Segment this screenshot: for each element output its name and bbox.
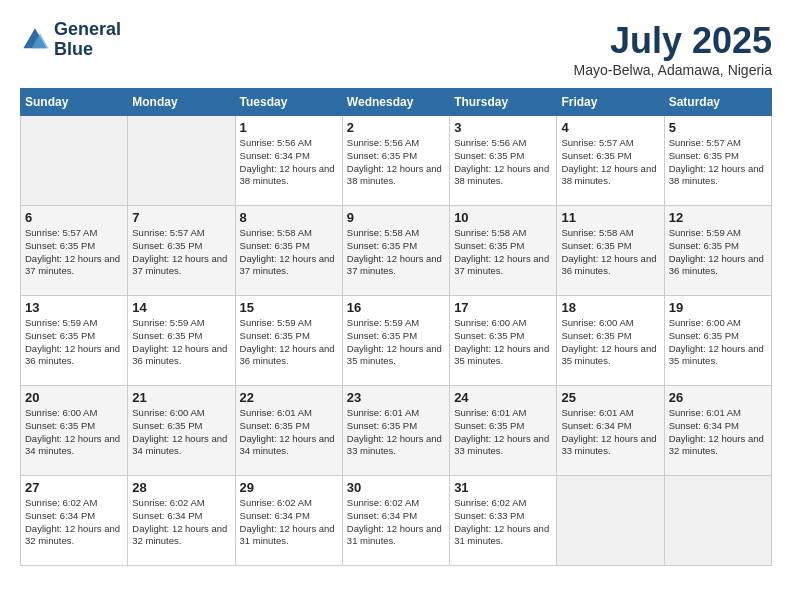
sunrise-text: Sunrise: 6:01 AM	[240, 407, 312, 418]
sunset-text: Sunset: 6:35 PM	[347, 330, 417, 341]
calendar-table: Sunday Monday Tuesday Wednesday Thursday…	[20, 88, 772, 566]
day-detail: Sunrise: 5:57 AMSunset: 6:35 PMDaylight:…	[561, 137, 659, 188]
calendar-day: 10Sunrise: 5:58 AMSunset: 6:35 PMDayligh…	[450, 206, 557, 296]
sunrise-text: Sunrise: 6:02 AM	[25, 497, 97, 508]
week-row-2: 6Sunrise: 5:57 AMSunset: 6:35 PMDaylight…	[21, 206, 772, 296]
calendar-day: 23Sunrise: 6:01 AMSunset: 6:35 PMDayligh…	[342, 386, 449, 476]
day-number: 31	[454, 480, 552, 495]
day-detail: Sunrise: 5:58 AMSunset: 6:35 PMDaylight:…	[454, 227, 552, 278]
day-detail: Sunrise: 5:59 AMSunset: 6:35 PMDaylight:…	[240, 317, 338, 368]
sunset-text: Sunset: 6:35 PM	[669, 330, 739, 341]
day-number: 11	[561, 210, 659, 225]
day-number: 1	[240, 120, 338, 135]
day-number: 21	[132, 390, 230, 405]
calendar-day: 5Sunrise: 5:57 AMSunset: 6:35 PMDaylight…	[664, 116, 771, 206]
day-number: 8	[240, 210, 338, 225]
calendar-day: 20Sunrise: 6:00 AMSunset: 6:35 PMDayligh…	[21, 386, 128, 476]
day-number: 10	[454, 210, 552, 225]
sunrise-text: Sunrise: 5:57 AM	[561, 137, 633, 148]
sunrise-text: Sunrise: 5:59 AM	[347, 317, 419, 328]
calendar-day: 9Sunrise: 5:58 AMSunset: 6:35 PMDaylight…	[342, 206, 449, 296]
day-detail: Sunrise: 6:02 AMSunset: 6:33 PMDaylight:…	[454, 497, 552, 548]
calendar-day	[664, 476, 771, 566]
day-detail: Sunrise: 5:59 AMSunset: 6:35 PMDaylight:…	[347, 317, 445, 368]
page-header: General Blue July 2025 Mayo-Belwa, Adama…	[20, 20, 772, 78]
day-detail: Sunrise: 5:57 AMSunset: 6:35 PMDaylight:…	[132, 227, 230, 278]
day-number: 13	[25, 300, 123, 315]
day-detail: Sunrise: 5:58 AMSunset: 6:35 PMDaylight:…	[561, 227, 659, 278]
title-block: July 2025 Mayo-Belwa, Adamawa, Nigeria	[574, 20, 772, 78]
calendar-day: 17Sunrise: 6:00 AMSunset: 6:35 PMDayligh…	[450, 296, 557, 386]
daylight-text: Daylight: 12 hours and 36 minutes.	[669, 253, 764, 277]
day-detail: Sunrise: 5:58 AMSunset: 6:35 PMDaylight:…	[240, 227, 338, 278]
sunset-text: Sunset: 6:35 PM	[347, 150, 417, 161]
calendar-day: 18Sunrise: 6:00 AMSunset: 6:35 PMDayligh…	[557, 296, 664, 386]
calendar-day: 29Sunrise: 6:02 AMSunset: 6:34 PMDayligh…	[235, 476, 342, 566]
sunset-text: Sunset: 6:35 PM	[25, 420, 95, 431]
daylight-text: Daylight: 12 hours and 35 minutes.	[669, 343, 764, 367]
calendar-day: 15Sunrise: 5:59 AMSunset: 6:35 PMDayligh…	[235, 296, 342, 386]
calendar-day: 27Sunrise: 6:02 AMSunset: 6:34 PMDayligh…	[21, 476, 128, 566]
daylight-text: Daylight: 12 hours and 37 minutes.	[132, 253, 227, 277]
sunset-text: Sunset: 6:33 PM	[454, 510, 524, 521]
day-number: 17	[454, 300, 552, 315]
day-detail: Sunrise: 6:00 AMSunset: 6:35 PMDaylight:…	[454, 317, 552, 368]
day-detail: Sunrise: 5:59 AMSunset: 6:35 PMDaylight:…	[669, 227, 767, 278]
day-number: 28	[132, 480, 230, 495]
sunset-text: Sunset: 6:35 PM	[454, 240, 524, 251]
sunrise-text: Sunrise: 5:57 AM	[669, 137, 741, 148]
day-number: 16	[347, 300, 445, 315]
col-monday: Monday	[128, 89, 235, 116]
week-row-1: 1Sunrise: 5:56 AMSunset: 6:34 PMDaylight…	[21, 116, 772, 206]
sunset-text: Sunset: 6:34 PM	[132, 510, 202, 521]
day-detail: Sunrise: 5:57 AMSunset: 6:35 PMDaylight:…	[25, 227, 123, 278]
daylight-text: Daylight: 12 hours and 38 minutes.	[669, 163, 764, 187]
day-number: 27	[25, 480, 123, 495]
sunrise-text: Sunrise: 6:02 AM	[132, 497, 204, 508]
sunrise-text: Sunrise: 6:00 AM	[561, 317, 633, 328]
daylight-text: Daylight: 12 hours and 38 minutes.	[240, 163, 335, 187]
month-title: July 2025	[574, 20, 772, 62]
calendar-day: 8Sunrise: 5:58 AMSunset: 6:35 PMDaylight…	[235, 206, 342, 296]
day-detail: Sunrise: 5:56 AMSunset: 6:34 PMDaylight:…	[240, 137, 338, 188]
calendar-day	[21, 116, 128, 206]
sunrise-text: Sunrise: 5:56 AM	[454, 137, 526, 148]
daylight-text: Daylight: 12 hours and 31 minutes.	[240, 523, 335, 547]
sunset-text: Sunset: 6:35 PM	[25, 330, 95, 341]
col-friday: Friday	[557, 89, 664, 116]
calendar-day: 24Sunrise: 6:01 AMSunset: 6:35 PMDayligh…	[450, 386, 557, 476]
calendar-day	[128, 116, 235, 206]
daylight-text: Daylight: 12 hours and 38 minutes.	[454, 163, 549, 187]
daylight-text: Daylight: 12 hours and 37 minutes.	[347, 253, 442, 277]
sunrise-text: Sunrise: 5:59 AM	[25, 317, 97, 328]
calendar-day: 3Sunrise: 5:56 AMSunset: 6:35 PMDaylight…	[450, 116, 557, 206]
calendar-day: 6Sunrise: 5:57 AMSunset: 6:35 PMDaylight…	[21, 206, 128, 296]
calendar-day: 1Sunrise: 5:56 AMSunset: 6:34 PMDaylight…	[235, 116, 342, 206]
daylight-text: Daylight: 12 hours and 32 minutes.	[132, 523, 227, 547]
calendar-day: 28Sunrise: 6:02 AMSunset: 6:34 PMDayligh…	[128, 476, 235, 566]
day-number: 5	[669, 120, 767, 135]
sunset-text: Sunset: 6:35 PM	[561, 330, 631, 341]
day-detail: Sunrise: 6:02 AMSunset: 6:34 PMDaylight:…	[240, 497, 338, 548]
day-number: 6	[25, 210, 123, 225]
daylight-text: Daylight: 12 hours and 31 minutes.	[347, 523, 442, 547]
col-thursday: Thursday	[450, 89, 557, 116]
sunrise-text: Sunrise: 5:58 AM	[561, 227, 633, 238]
daylight-text: Daylight: 12 hours and 34 minutes.	[132, 433, 227, 457]
sunrise-text: Sunrise: 5:58 AM	[454, 227, 526, 238]
day-number: 2	[347, 120, 445, 135]
sunset-text: Sunset: 6:35 PM	[132, 330, 202, 341]
sunrise-text: Sunrise: 5:58 AM	[240, 227, 312, 238]
sunrise-text: Sunrise: 5:59 AM	[240, 317, 312, 328]
day-number: 22	[240, 390, 338, 405]
day-number: 9	[347, 210, 445, 225]
location: Mayo-Belwa, Adamawa, Nigeria	[574, 62, 772, 78]
day-detail: Sunrise: 6:00 AMSunset: 6:35 PMDaylight:…	[132, 407, 230, 458]
sunset-text: Sunset: 6:34 PM	[347, 510, 417, 521]
sunrise-text: Sunrise: 6:00 AM	[669, 317, 741, 328]
sunrise-text: Sunrise: 5:59 AM	[132, 317, 204, 328]
sunset-text: Sunset: 6:35 PM	[454, 330, 524, 341]
calendar-day: 2Sunrise: 5:56 AMSunset: 6:35 PMDaylight…	[342, 116, 449, 206]
sunrise-text: Sunrise: 5:56 AM	[240, 137, 312, 148]
day-detail: Sunrise: 6:02 AMSunset: 6:34 PMDaylight:…	[25, 497, 123, 548]
